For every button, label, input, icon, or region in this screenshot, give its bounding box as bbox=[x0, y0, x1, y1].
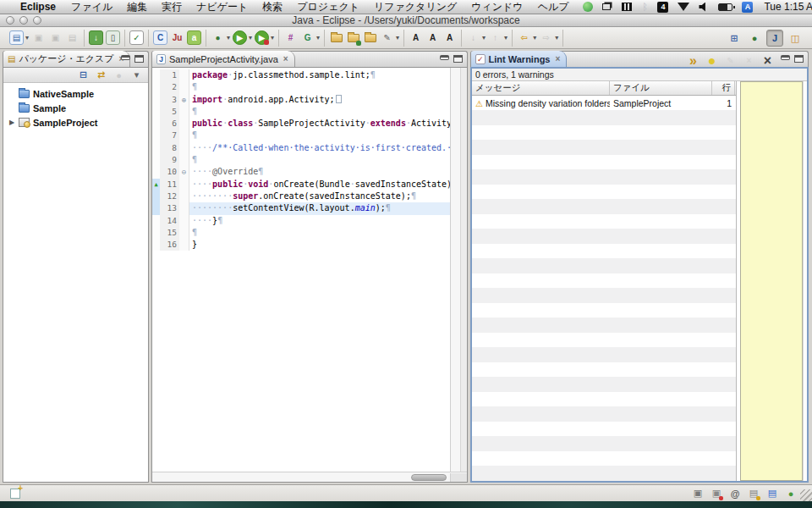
sync-icon[interactable] bbox=[583, 2, 593, 12]
remove-icon[interactable]: × bbox=[743, 54, 755, 67]
junit-icon[interactable]: Ju bbox=[170, 30, 184, 45]
menu-item[interactable]: 検索 bbox=[262, 0, 283, 14]
tab-lint-warnings[interactable]: ✓ Lint Warnings × bbox=[471, 51, 567, 67]
new-android-project-icon[interactable]: a bbox=[187, 30, 201, 45]
trim-window-icon[interactable]: ▣ bbox=[692, 488, 704, 500]
dropdown-arrow-icon[interactable]: ▾ bbox=[504, 34, 508, 41]
close-tab-icon[interactable]: × bbox=[555, 54, 560, 64]
lint-warning-row[interactable]: ⚠Missing density variation folders i...S… bbox=[472, 96, 736, 111]
menu-item[interactable]: プロジェクト bbox=[297, 0, 359, 14]
java-package-icon[interactable]: # bbox=[283, 30, 298, 45]
editor-horizontal-scrollbar[interactable] bbox=[152, 472, 467, 482]
ignore-icon[interactable]: ✎ bbox=[724, 54, 737, 67]
app-menu-title[interactable]: Eclipse bbox=[20, 1, 56, 13]
debug-bug-icon[interactable]: ● bbox=[785, 488, 797, 500]
maximize-editor-button[interactable] bbox=[453, 55, 463, 63]
ddms-alert-icon[interactable]: ▣ bbox=[710, 488, 722, 500]
fold-toggle-icon[interactable]: ⊖ bbox=[179, 166, 189, 178]
code-line[interactable]: 7¶ bbox=[152, 130, 450, 141]
annotate-pencil-icon[interactable]: ✎ bbox=[380, 30, 394, 45]
menu-item[interactable]: ヘルプ bbox=[538, 0, 569, 14]
save-all-icon[interactable]: ▣ bbox=[48, 30, 63, 45]
code-line[interactable]: 15¶ bbox=[152, 227, 450, 239]
android-device-manager-icon[interactable]: ▯ bbox=[106, 30, 120, 45]
menu-item[interactable]: ナビゲート bbox=[196, 0, 248, 14]
save-icon[interactable]: ▣ bbox=[31, 30, 46, 45]
tree-item-sampleproject[interactable]: ▶SampleProject bbox=[8, 115, 148, 130]
code-line[interactable]: 6public·class·SampleProjectActivity·exte… bbox=[152, 118, 450, 130]
filters-icon[interactable]: ● bbox=[112, 69, 125, 81]
open-resource-folder-icon[interactable] bbox=[363, 30, 377, 45]
dropdown-arrow-icon[interactable]: ▾ bbox=[271, 34, 274, 41]
menu-item[interactable]: ファイル bbox=[71, 0, 112, 14]
expander-icon[interactable]: ▶ bbox=[8, 119, 15, 126]
lint-scrollbar-track[interactable] bbox=[803, 81, 807, 481]
maximize-view-button[interactable] bbox=[134, 55, 144, 63]
print-icon[interactable]: ▤ bbox=[65, 30, 80, 45]
debug-icon[interactable]: ● bbox=[211, 30, 225, 45]
link-with-editor-icon[interactable]: ⇄ bbox=[95, 69, 107, 81]
android-sdk-manager-icon[interactable]: ↓ bbox=[89, 30, 103, 45]
tree-item-nativesample[interactable]: NativeSample bbox=[8, 86, 148, 101]
code-line[interactable]: ▲11····public·void·onCreate(Bundle·saved… bbox=[152, 179, 450, 190]
dropdown-arrow-icon[interactable]: ▾ bbox=[533, 34, 536, 41]
code-line[interactable]: 10⊖····@Override¶ bbox=[152, 166, 450, 178]
column-header[interactable]: ファイル bbox=[610, 81, 712, 95]
ddms-perspective-icon[interactable]: ◫ bbox=[787, 30, 804, 47]
minimize-view-button[interactable] bbox=[121, 55, 130, 60]
overview-ruler[interactable] bbox=[460, 68, 467, 472]
dropdown-arrow-icon[interactable]: ▾ bbox=[249, 34, 252, 41]
dropdown-arrow-icon[interactable]: ▾ bbox=[227, 34, 230, 41]
text-larger-icon[interactable]: A bbox=[409, 30, 423, 45]
code-line[interactable]: 3⊕import·android.app.Activity; bbox=[152, 94, 450, 106]
fold-toggle-icon[interactable]: ⊕ bbox=[179, 94, 189, 106]
open-type-icon[interactable]: G bbox=[300, 30, 315, 45]
code-line[interactable]: 14····}¶ bbox=[152, 215, 450, 227]
back-icon[interactable]: ⇦ bbox=[517, 30, 531, 45]
minimize-view-button[interactable] bbox=[781, 55, 790, 60]
column-header[interactable]: 行 bbox=[712, 81, 735, 95]
dropdown-arrow-icon[interactable]: ▾ bbox=[25, 34, 29, 41]
run-lint-icon[interactable]: » bbox=[687, 54, 700, 67]
scrollbar-thumb[interactable] bbox=[411, 474, 447, 481]
code-line[interactable]: 9¶ bbox=[152, 154, 450, 166]
maximize-view-button[interactable] bbox=[794, 55, 804, 63]
editor-vertical-scrollbar[interactable] bbox=[450, 68, 460, 472]
view-menu-icon[interactable]: ▾ bbox=[130, 69, 143, 81]
menu-item[interactable]: 実行 bbox=[162, 0, 182, 14]
new-java-class-icon[interactable]: C bbox=[153, 30, 167, 45]
close-tab-icon[interactable]: × bbox=[283, 54, 288, 64]
external-tools-icon[interactable]: ▶ bbox=[255, 30, 269, 45]
code-line[interactable]: 2¶ bbox=[152, 81, 450, 93]
menu-item[interactable]: リファクタリング bbox=[374, 0, 457, 14]
memory-icon[interactable] bbox=[622, 3, 632, 11]
input-source-4-icon[interactable]: 4 bbox=[657, 2, 668, 13]
menu-item[interactable]: 編集 bbox=[127, 0, 147, 14]
code-line[interactable]: 13········setContentView(R.layout.main);… bbox=[152, 202, 450, 214]
remove-all-icon[interactable]: × bbox=[761, 54, 774, 67]
menu-clock[interactable]: Tue 1:15 AM bbox=[764, 1, 812, 13]
tab-package-explorer[interactable]: ▤ パッケージ・エクスプ × bbox=[3, 51, 130, 67]
dropdown-arrow-icon[interactable]: ▾ bbox=[316, 34, 320, 41]
collapse-all-icon[interactable]: ⊟ bbox=[77, 69, 90, 81]
lint-checkbox-icon[interactable]: ✓ bbox=[129, 30, 144, 45]
quickfix-bulb-icon[interactable]: ● bbox=[705, 54, 718, 67]
open-task-folder-icon[interactable] bbox=[329, 30, 343, 45]
dropdown-arrow-icon[interactable]: ▾ bbox=[396, 34, 399, 41]
input-source-a-icon[interactable]: A bbox=[742, 2, 753, 13]
column-header[interactable]: メッセージ bbox=[472, 81, 610, 95]
fast-view-icon[interactable] bbox=[10, 489, 20, 499]
next-annotation-icon[interactable]: ↓ bbox=[466, 30, 480, 45]
previous-annotation-icon[interactable]: ↑ bbox=[488, 30, 502, 45]
run-icon[interactable]: ▶ bbox=[233, 30, 247, 45]
menu-item[interactable]: ウィンドウ bbox=[471, 0, 523, 14]
volume-icon[interactable] bbox=[699, 3, 709, 12]
tree-item-sample[interactable]: Sample bbox=[8, 101, 148, 115]
window-title-bar[interactable]: Java - Eclipse - /Users/yuki/Documents/w… bbox=[0, 14, 812, 27]
bluetooth-icon[interactable]: ᛒ bbox=[641, 2, 648, 12]
text-default-icon[interactable]: A bbox=[442, 30, 457, 45]
dropdown-arrow-icon[interactable]: ▾ bbox=[482, 34, 486, 41]
new-wizard-icon[interactable]: ▤ bbox=[9, 30, 24, 45]
java-perspective-icon[interactable]: J bbox=[766, 30, 783, 47]
console-icon[interactable]: ▤ bbox=[766, 488, 778, 500]
